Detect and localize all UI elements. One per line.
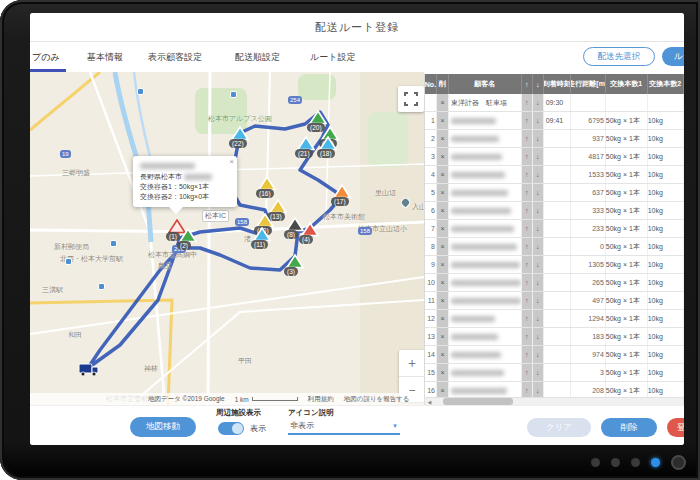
move-down-button[interactable]: ↓ bbox=[533, 238, 544, 255]
delivery-stop-marker[interactable]: (21) bbox=[297, 136, 315, 155]
move-up-button[interactable]: ↑ bbox=[522, 310, 533, 327]
delete-row-button[interactable]: × bbox=[437, 220, 449, 237]
delete-row-button[interactable]: × bbox=[437, 238, 449, 255]
delete-row-button[interactable]: × bbox=[437, 148, 449, 165]
move-down-button[interactable]: ↓ bbox=[533, 202, 544, 219]
delivery-stop-marker[interactable]: (4) bbox=[301, 222, 319, 241]
move-down-button[interactable]: ↓ bbox=[533, 166, 544, 183]
move-down-button[interactable]: ↓ bbox=[533, 364, 544, 381]
move-down-button[interactable]: ↓ bbox=[533, 292, 544, 309]
map-place-label: 入山辺 bbox=[412, 202, 424, 212]
move-up-button[interactable]: ↑ bbox=[522, 328, 533, 345]
delivery-stop-marker[interactable]: (17) bbox=[333, 184, 351, 203]
exchange2-cell: 10kg bbox=[648, 220, 684, 237]
move-down-button[interactable]: ↓ bbox=[533, 148, 544, 165]
monitor-power-button[interactable] bbox=[671, 455, 686, 470]
move-down-button[interactable]: ↓ bbox=[533, 274, 544, 291]
move-up-button[interactable]: ↑ bbox=[522, 292, 533, 309]
fullscreen-button[interactable] bbox=[398, 86, 424, 112]
terms-link[interactable]: 利用規約 bbox=[308, 395, 334, 404]
facility-display-state: 表示 bbox=[250, 423, 266, 434]
move-up-button[interactable]: ↑ bbox=[522, 274, 533, 291]
delivery-truck-icon[interactable] bbox=[78, 362, 100, 377]
move-down-button[interactable]: ↓ bbox=[533, 184, 544, 201]
delivery-stop-marker[interactable]: (16) bbox=[258, 176, 276, 195]
delete-row-button[interactable]: × bbox=[437, 130, 449, 147]
transit-poi-icon[interactable] bbox=[65, 258, 72, 265]
delete-row-button[interactable]: × bbox=[437, 166, 449, 183]
move-down-button[interactable]: ↓ bbox=[533, 328, 544, 345]
delivery-stop-marker[interactable]: (11) bbox=[253, 227, 271, 246]
move-up-button[interactable]: ↑ bbox=[522, 166, 533, 183]
delete-row-button[interactable]: × bbox=[437, 328, 449, 345]
move-down-button[interactable]: ↓ bbox=[533, 94, 544, 111]
move-up-button[interactable]: ↑ bbox=[522, 238, 533, 255]
move-up-button[interactable]: ↑ bbox=[522, 184, 533, 201]
report-error-link[interactable]: 地図の誤りを報告する bbox=[344, 395, 410, 404]
delete-row-button[interactable]: × bbox=[437, 112, 449, 129]
delete-row-button[interactable]: × bbox=[437, 346, 449, 363]
delete-row-button[interactable]: × bbox=[437, 94, 449, 111]
table-row: 4×↑↓153350kg × 1本10kg bbox=[425, 166, 684, 184]
row-number: 13 bbox=[425, 328, 437, 345]
move-up-button[interactable]: ↑ bbox=[522, 346, 533, 363]
move-up-button[interactable]: ↑ bbox=[522, 202, 533, 219]
map-move-button[interactable]: 地図移動 bbox=[130, 417, 196, 437]
clear-button[interactable]: クリア bbox=[527, 418, 591, 437]
customer-name-cell bbox=[449, 328, 522, 345]
move-up-button[interactable]: ↑ bbox=[522, 148, 533, 165]
move-up-button[interactable]: ↑ bbox=[522, 130, 533, 147]
popup-container1: 交換容器1：50kg×1本 bbox=[140, 182, 230, 192]
transit-poi-icon[interactable] bbox=[110, 240, 117, 247]
icon-legend-dropdown[interactable]: 非表示 ▼ bbox=[288, 420, 400, 435]
move-down-button[interactable]: ↓ bbox=[533, 220, 544, 237]
delete-button[interactable]: 削除 bbox=[601, 418, 657, 437]
map-attribution: 地図データ ©2019 Google 1 km 利用規約 地図の誤りを報告する bbox=[30, 393, 424, 405]
delivery-stop-marker[interactable]: (2) bbox=[179, 228, 197, 247]
register-button[interactable]: 登録 bbox=[667, 418, 684, 437]
move-up-button[interactable]: ↑ bbox=[522, 256, 533, 273]
map-canvas[interactable]: 三郷明盛松本市アルプス公園里山辺松本市美術館松本市立山辺小入山辺渚松本市立高綱中… bbox=[30, 72, 424, 405]
delete-row-button[interactable]: × bbox=[437, 274, 449, 291]
move-down-button[interactable]: ↓ bbox=[533, 130, 544, 147]
move-up-button[interactable]: ↑ bbox=[522, 364, 533, 381]
route-button[interactable]: ルート bbox=[662, 47, 684, 66]
delivery-stop-marker[interactable]: (18) bbox=[319, 136, 337, 155]
delete-row-button[interactable]: × bbox=[437, 256, 449, 273]
delete-row-button[interactable]: × bbox=[437, 310, 449, 327]
delivery-stop-marker[interactable]: (22) bbox=[231, 126, 249, 145]
exchange1-cell: 50kg × 1本 bbox=[606, 364, 648, 381]
move-up-button[interactable]: ↑ bbox=[522, 94, 533, 111]
delete-row-button[interactable]: × bbox=[437, 364, 449, 381]
table-row: 10×↑↓26550kg × 1本10kg bbox=[425, 274, 684, 292]
select-destination-button[interactable]: 配送先選択 bbox=[583, 47, 655, 66]
tab-basic-info[interactable]: 基本情報 bbox=[87, 42, 123, 72]
tab-delivery-order[interactable]: 配送順設定 bbox=[235, 42, 280, 72]
map-place-label: 和田 bbox=[68, 330, 82, 340]
delivery-table: No.削顧客名↑↓到着時刻走行距離[m]交換本数1交換本数2 ×東洋計器 駐車場… bbox=[424, 74, 684, 405]
chevron-down-icon: ▼ bbox=[392, 423, 398, 429]
move-down-button[interactable]: ↓ bbox=[533, 256, 544, 273]
move-up-button[interactable]: ↑ bbox=[522, 112, 533, 129]
tab-map-only[interactable]: プのみ bbox=[32, 42, 60, 72]
row-number: 11 bbox=[425, 292, 437, 309]
tab-customer-display[interactable]: 表示顧客設定 bbox=[148, 42, 202, 72]
tab-route-settings[interactable]: ルート設定 bbox=[310, 42, 355, 72]
delete-row-button[interactable]: × bbox=[437, 292, 449, 309]
delete-row-button[interactable]: × bbox=[437, 184, 449, 201]
delete-row-button[interactable]: × bbox=[437, 202, 449, 219]
transit-poi-icon[interactable] bbox=[230, 91, 237, 98]
move-down-button[interactable]: ↓ bbox=[533, 346, 544, 363]
scrollbar-thumb[interactable] bbox=[443, 398, 513, 405]
popup-address-redacted bbox=[184, 174, 212, 180]
delivery-stop-marker[interactable]: (3) bbox=[286, 254, 304, 273]
zoom-in-button[interactable]: ＋ bbox=[399, 350, 424, 376]
row-number: 8 bbox=[425, 238, 437, 255]
transit-poi-icon[interactable] bbox=[98, 283, 105, 290]
move-down-button[interactable]: ↓ bbox=[533, 112, 544, 129]
move-up-button[interactable]: ↑ bbox=[522, 220, 533, 237]
transit-poi-icon[interactable] bbox=[137, 88, 144, 95]
facility-display-toggle[interactable] bbox=[218, 422, 244, 435]
popup-close-icon[interactable]: × bbox=[229, 157, 234, 167]
move-down-button[interactable]: ↓ bbox=[533, 310, 544, 327]
